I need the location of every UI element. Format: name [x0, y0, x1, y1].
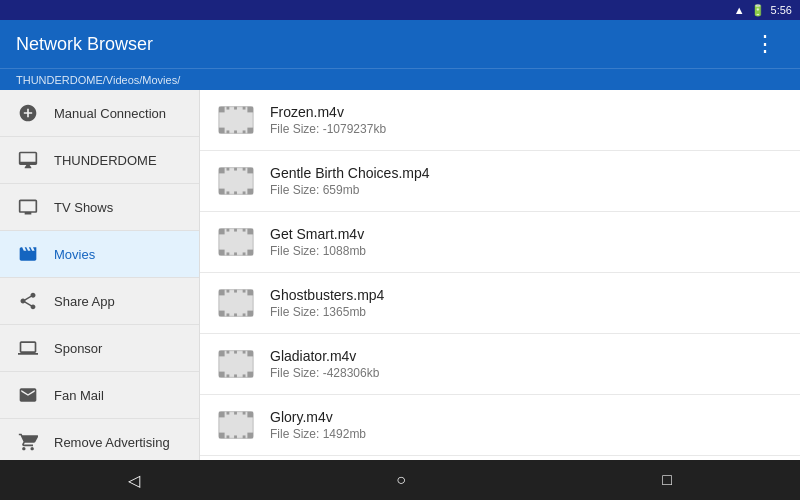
file-size: File Size: 1365mb	[270, 305, 784, 319]
svg-rect-37	[247, 311, 253, 317]
file-size: File Size: -1079237kb	[270, 122, 784, 136]
svg-rect-16	[227, 168, 230, 171]
svg-rect-9	[234, 130, 237, 133]
back-button[interactable]: ◁	[108, 463, 160, 498]
svg-rect-52	[227, 374, 230, 377]
svg-rect-31	[234, 252, 237, 255]
sidebar-item-share-app[interactable]: Share App	[0, 278, 199, 325]
file-size: File Size: 1088mb	[270, 244, 784, 258]
sidebar-item-sponsor[interactable]: Sponsor	[0, 325, 199, 372]
svg-rect-41	[227, 313, 230, 316]
file-name: Gladiator.m4v	[270, 348, 784, 364]
svg-rect-13	[247, 168, 253, 174]
plus-circle-icon	[16, 101, 40, 125]
svg-rect-54	[243, 374, 246, 377]
file-name: Gentle Birth Choices.mp4	[270, 165, 784, 181]
svg-rect-58	[219, 433, 225, 439]
svg-rect-29	[243, 229, 246, 232]
file-info: Frozen.m4vFile Size: -1079237kb	[270, 104, 784, 136]
sidebar-item-label: Fan Mail	[54, 388, 104, 403]
svg-rect-5	[227, 107, 230, 110]
share-icon	[16, 289, 40, 313]
sidebar-item-label: Remove Advertising	[54, 435, 170, 450]
file-list-item[interactable]: Ghostbusters.mp4File Size: 1365mb	[200, 273, 800, 334]
svg-rect-27	[227, 229, 230, 232]
svg-rect-28	[234, 229, 237, 232]
film-file-icon	[216, 283, 256, 323]
svg-rect-38	[227, 290, 230, 293]
sidebar-item-movies[interactable]: Movies	[0, 231, 199, 278]
svg-rect-43	[243, 313, 246, 316]
file-info: Get Smart.m4vFile Size: 1088mb	[270, 226, 784, 258]
sidebar-item-label: Movies	[54, 247, 95, 262]
file-list-item[interactable]: Glory.m4vFile Size: 1492mb	[200, 395, 800, 456]
svg-rect-19	[227, 191, 230, 194]
main-layout: Manual ConnectionTHUNDERDOMETV ShowsMovi…	[0, 90, 800, 460]
file-info: Gladiator.m4vFile Size: -428306kb	[270, 348, 784, 380]
bottom-nav: ◁ ○ □	[0, 460, 800, 500]
file-name: Ghostbusters.mp4	[270, 287, 784, 303]
svg-rect-7	[243, 107, 246, 110]
cart-icon	[16, 430, 40, 454]
svg-rect-35	[247, 290, 253, 296]
sidebar-item-remove-advertising[interactable]: Remove Advertising	[0, 419, 199, 460]
battery-icon: 🔋	[751, 4, 765, 17]
svg-rect-56	[219, 412, 225, 418]
sidebar-item-manual-connection[interactable]: Manual Connection	[0, 90, 199, 137]
svg-rect-45	[219, 351, 225, 357]
film-file-icon	[216, 344, 256, 384]
svg-rect-42	[234, 313, 237, 316]
svg-rect-20	[234, 191, 237, 194]
svg-rect-49	[227, 351, 230, 354]
overflow-menu-button[interactable]: ⋮	[746, 29, 784, 59]
svg-rect-15	[247, 189, 253, 195]
svg-rect-63	[227, 435, 230, 438]
film-file-icon	[216, 161, 256, 201]
film-file-icon	[216, 405, 256, 445]
svg-rect-40	[243, 290, 246, 293]
sidebar-item-thunderdome[interactable]: THUNDERDOME	[0, 137, 199, 184]
svg-rect-17	[234, 168, 237, 171]
svg-rect-50	[234, 351, 237, 354]
sidebar-item-tv-shows[interactable]: TV Shows	[0, 184, 199, 231]
svg-rect-60	[227, 412, 230, 415]
svg-rect-8	[227, 130, 230, 133]
svg-rect-62	[243, 412, 246, 415]
svg-rect-1	[219, 107, 225, 113]
file-list-item[interactable]: Gladiator.m4vFile Size: -428306kb	[200, 334, 800, 395]
svg-rect-34	[219, 290, 225, 296]
svg-rect-32	[243, 252, 246, 255]
status-bar: ▲ 🔋 5:56	[0, 0, 800, 20]
svg-rect-6	[234, 107, 237, 110]
svg-rect-14	[219, 189, 225, 195]
svg-rect-57	[247, 412, 253, 418]
svg-rect-2	[247, 107, 253, 113]
monitor-icon	[16, 148, 40, 172]
svg-rect-47	[219, 372, 225, 378]
svg-rect-12	[219, 168, 225, 174]
file-list-item[interactable]: Gentle Birth Choices.mp4File Size: 659mb	[200, 151, 800, 212]
svg-rect-48	[247, 372, 253, 378]
svg-rect-21	[243, 191, 246, 194]
status-time: 5:56	[771, 4, 792, 16]
app-title: Network Browser	[16, 34, 153, 55]
svg-rect-10	[243, 130, 246, 133]
sidebar: Manual ConnectionTHUNDERDOMETV ShowsMovi…	[0, 90, 200, 460]
film-file-icon	[216, 222, 256, 262]
file-size: File Size: -428306kb	[270, 366, 784, 380]
recents-button[interactable]: □	[642, 463, 692, 497]
svg-rect-3	[219, 128, 225, 134]
file-list-item[interactable]: Frozen.m4vFile Size: -1079237kb	[200, 90, 800, 151]
file-list: Frozen.m4vFile Size: -1079237kb Gentle B…	[200, 90, 800, 460]
file-info: Glory.m4vFile Size: 1492mb	[270, 409, 784, 441]
file-name: Glory.m4v	[270, 409, 784, 425]
svg-rect-23	[219, 229, 225, 235]
sidebar-item-label: TV Shows	[54, 200, 113, 215]
file-list-item[interactable]: Get Smart.m4vFile Size: 1088mb	[200, 212, 800, 273]
home-button[interactable]: ○	[376, 463, 426, 497]
svg-rect-30	[227, 252, 230, 255]
sidebar-item-label: Share App	[54, 294, 115, 309]
sidebar-item-fan-mail[interactable]: Fan Mail	[0, 372, 199, 419]
svg-rect-25	[219, 250, 225, 256]
svg-rect-26	[247, 250, 253, 256]
